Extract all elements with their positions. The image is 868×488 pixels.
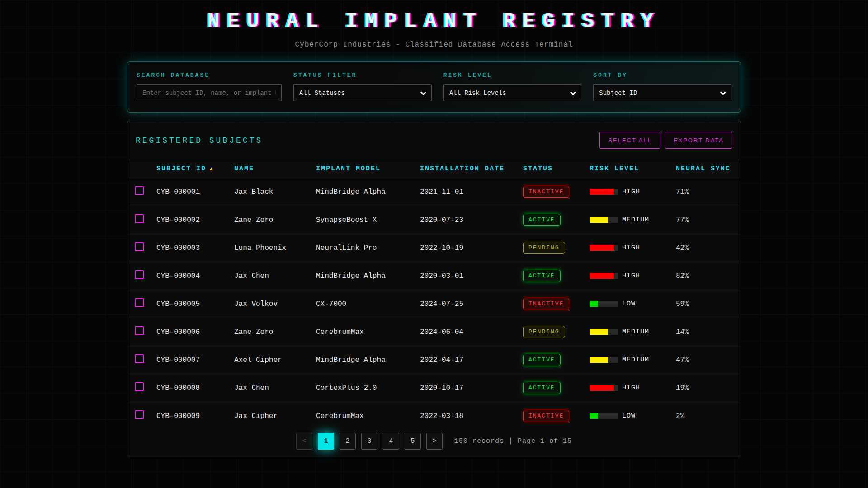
search-field-group: SEARCH DATABASE <box>137 72 282 101</box>
filter-panel: SEARCH DATABASE STATUS FILTER All Status… <box>127 61 741 113</box>
pagination-bar: < 12345 > 150 records | Page 1 of 15 <box>127 425 741 457</box>
table-titlebar: REGISTERED SUBJECTS SELECT ALL EXPORT DA… <box>127 121 741 160</box>
neural-sync-value: 14% <box>676 328 689 336</box>
risk-label: MEDIUM <box>622 328 649 336</box>
row-checkbox[interactable] <box>135 270 144 279</box>
row-checkbox[interactable] <box>135 298 144 307</box>
risk-bar <box>590 189 618 195</box>
subject-name: Jax Volkov <box>234 300 278 308</box>
row-checkbox[interactable] <box>135 382 144 391</box>
column-header-installation-date[interactable]: INSTALLATION DATE <box>413 160 516 178</box>
table-row: CYB-000007 Axel Cipher MindBridge Alpha … <box>127 346 741 374</box>
select-all-button[interactable]: SELECT ALL <box>599 132 660 149</box>
row-checkbox[interactable] <box>135 186 144 195</box>
risk-bar <box>590 273 618 279</box>
implant-model: MindBridge Alpha <box>316 272 386 280</box>
column-header-implant-model[interactable]: IMPLANT MODEL <box>309 160 413 178</box>
subject-id: CYB-000009 <box>156 412 200 420</box>
risk-label: MEDIUM <box>622 216 649 224</box>
column-header-name[interactable]: NAME <box>227 160 309 178</box>
subject-name: Jax Chen <box>234 384 269 392</box>
risk-label: HIGH <box>622 272 640 280</box>
export-data-button[interactable]: EXPORT DATA <box>665 132 732 149</box>
table-row: CYB-000001 Jax Black MindBridge Alpha 20… <box>127 178 741 206</box>
page-container: NEURAL IMPLANT REGISTRY CyberCorp Indust… <box>127 0 741 457</box>
subject-name: Jax Chen <box>234 272 269 280</box>
page-button-2[interactable]: 2 <box>340 433 356 450</box>
installation-date: 2020-10-17 <box>420 384 463 392</box>
table-row: CYB-000008 Jax Chen CortexPlus 2.0 2020-… <box>127 374 741 402</box>
search-label: SEARCH DATABASE <box>137 72 282 79</box>
installation-date: 2021-11-01 <box>420 188 463 196</box>
header-checkbox-cell <box>127 160 149 178</box>
status-filter-label: STATUS FILTER <box>293 72 432 79</box>
table-title: REGISTERED SUBJECTS <box>136 136 263 145</box>
prev-page-button[interactable]: < <box>296 433 312 450</box>
implant-model: MindBridge Alpha <box>316 356 386 364</box>
subject-id: CYB-000003 <box>156 244 200 252</box>
implant-model: CerebrumMax <box>316 328 364 336</box>
row-checkbox[interactable] <box>135 326 144 335</box>
implant-model: CerebrumMax <box>316 412 364 420</box>
neural-sync-value: 71% <box>676 188 689 196</box>
page-button-1[interactable]: 1 <box>318 433 334 450</box>
subject-id: CYB-000005 <box>156 300 200 308</box>
risk-bar-fill <box>590 413 598 419</box>
status-filter-select[interactable]: All Statuses <box>293 84 432 101</box>
neural-sync-value: 42% <box>676 244 689 252</box>
column-header-risk-level[interactable]: RISK LEVEL <box>582 160 669 178</box>
page-title: NEURAL IMPLANT REGISTRY <box>127 10 741 33</box>
search-input[interactable] <box>137 84 282 101</box>
subject-id: CYB-000006 <box>156 328 200 336</box>
row-checkbox[interactable] <box>135 354 144 363</box>
risk-bar-fill <box>590 245 614 251</box>
status-badge: PENDING <box>523 242 565 254</box>
risk-bar-fill <box>590 189 614 195</box>
sort-asc-icon: ▲ <box>210 166 214 172</box>
risk-filter-select[interactable]: All Risk Levels <box>443 84 582 101</box>
subject-name: Axel Cipher <box>234 356 282 364</box>
page-button-5[interactable]: 5 <box>405 433 421 450</box>
risk-label: LOW <box>622 300 636 308</box>
neural-sync-value: 77% <box>676 216 689 224</box>
subject-name: Jax Cipher <box>234 412 278 420</box>
risk-bar-fill <box>590 329 608 335</box>
risk-bar-fill <box>590 273 614 279</box>
risk-filter-group: RISK LEVEL All Risk Levels <box>443 72 582 101</box>
subject-name: Luna Phoenix <box>234 244 286 252</box>
status-badge: ACTIVE <box>523 214 561 226</box>
table-row: CYB-000006 Zane Zero CerebrumMax 2024-06… <box>127 318 741 346</box>
column-header-status[interactable]: STATUS <box>516 160 582 178</box>
status-filter-group: STATUS FILTER All Statuses <box>293 72 432 101</box>
column-header-subject-id[interactable]: SUBJECT ID▲ <box>149 160 227 178</box>
row-checkbox[interactable] <box>135 410 144 419</box>
table-header-row: SUBJECT ID▲ NAME IMPLANT MODEL INSTALLAT… <box>127 160 741 178</box>
subject-id: CYB-000002 <box>156 216 200 224</box>
subject-rows: CYB-000001 Jax Black MindBridge Alpha 20… <box>127 178 741 426</box>
table-row: CYB-000009 Jax Cipher CerebrumMax 2022-0… <box>127 402 741 426</box>
page-button-3[interactable]: 3 <box>361 433 377 450</box>
implant-model: SynapseBoost X <box>316 216 377 224</box>
risk-label: HIGH <box>622 188 640 196</box>
risk-bar-fill <box>590 217 608 223</box>
sort-by-select[interactable]: Subject ID <box>593 84 731 101</box>
row-checkbox[interactable] <box>135 242 144 251</box>
subject-id: CYB-000001 <box>156 188 200 196</box>
neural-sync-value: 2% <box>676 412 684 420</box>
page-number-buttons: 12345 <box>318 433 421 450</box>
subject-name: Jax Black <box>234 188 273 196</box>
table-scroll-area[interactable]: SUBJECT ID▲ NAME IMPLANT MODEL INSTALLAT… <box>127 160 741 425</box>
subject-id: CYB-000007 <box>156 356 200 364</box>
row-checkbox[interactable] <box>135 214 144 223</box>
sort-by-label: SORT BY <box>593 72 731 79</box>
column-header-neural-sync[interactable]: NEURAL SYNC <box>669 160 741 178</box>
subject-id: CYB-000004 <box>156 272 200 280</box>
subject-name: Zane Zero <box>234 216 273 224</box>
implant-model: MindBridge Alpha <box>316 188 386 196</box>
risk-bar <box>590 301 618 307</box>
next-page-button[interactable]: > <box>426 433 443 450</box>
records-summary: 150 records | Page 1 of 15 <box>454 437 572 445</box>
implant-model: CX-7000 <box>316 300 346 308</box>
installation-date: 2024-06-04 <box>420 328 463 336</box>
page-button-4[interactable]: 4 <box>383 433 399 450</box>
